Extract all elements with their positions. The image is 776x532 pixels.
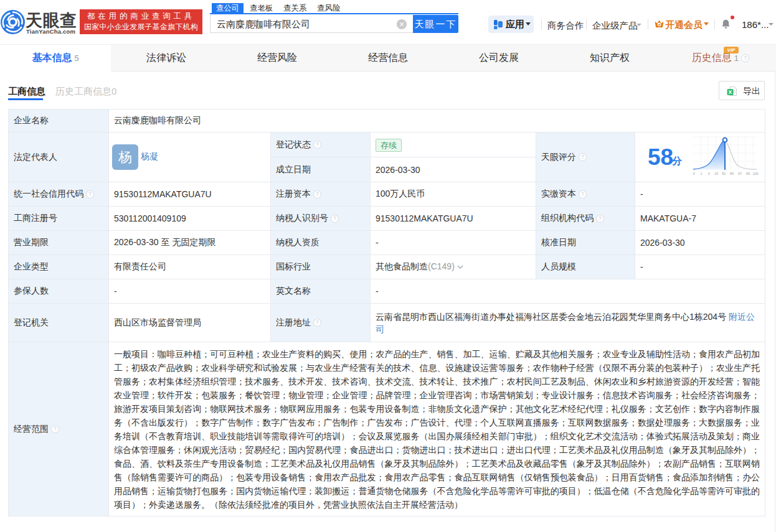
- svg-text:100: 100: [752, 172, 758, 175]
- svg-text:3: 3: [707, 172, 709, 175]
- svg-text:0: 0: [693, 172, 694, 175]
- svg-text:97: 97: [738, 172, 742, 175]
- svg-text:99: 99: [746, 172, 750, 175]
- svg-text:85: 85: [730, 172, 734, 175]
- svg-text:50: 50: [722, 172, 726, 175]
- svg-text:15: 15: [714, 172, 718, 175]
- svg-text:1: 1: [700, 172, 702, 175]
